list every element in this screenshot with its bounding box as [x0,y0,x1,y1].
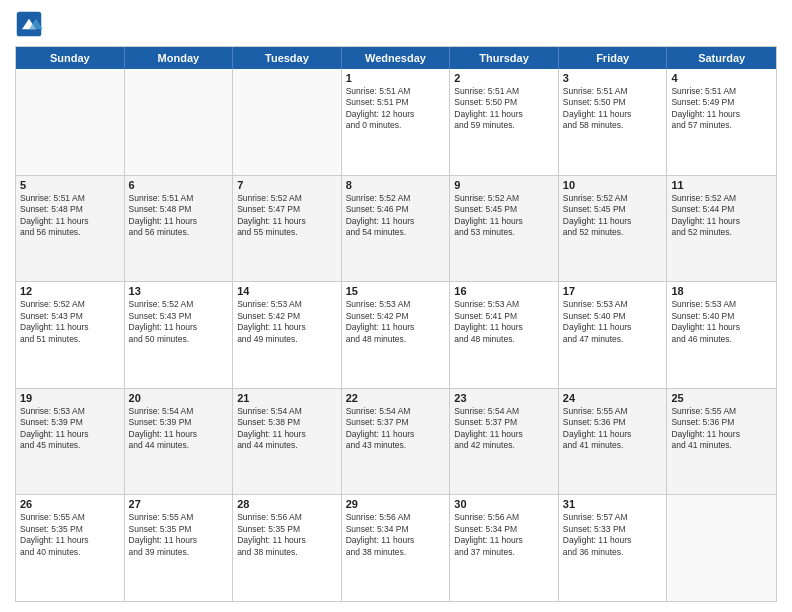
day-info: Sunrise: 5:56 AM Sunset: 5:34 PM Dayligh… [346,512,446,558]
day-cell: 6Sunrise: 5:51 AM Sunset: 5:48 PM Daylig… [125,176,234,282]
day-cell: 27Sunrise: 5:55 AM Sunset: 5:35 PM Dayli… [125,495,234,601]
day-info: Sunrise: 5:51 AM Sunset: 5:48 PM Dayligh… [20,193,120,239]
day-number: 10 [563,179,663,191]
day-number: 6 [129,179,229,191]
day-cell: 1Sunrise: 5:51 AM Sunset: 5:51 PM Daylig… [342,69,451,175]
calendar: SundayMondayTuesdayWednesdayThursdayFrid… [15,46,777,602]
day-number: 18 [671,285,772,297]
day-cell: 3Sunrise: 5:51 AM Sunset: 5:50 PM Daylig… [559,69,668,175]
day-info: Sunrise: 5:52 AM Sunset: 5:46 PM Dayligh… [346,193,446,239]
day-info: Sunrise: 5:54 AM Sunset: 5:38 PM Dayligh… [237,406,337,452]
day-header-wednesday: Wednesday [342,47,451,69]
day-info: Sunrise: 5:54 AM Sunset: 5:37 PM Dayligh… [454,406,554,452]
day-info: Sunrise: 5:56 AM Sunset: 5:34 PM Dayligh… [454,512,554,558]
day-number: 1 [346,72,446,84]
day-cell: 19Sunrise: 5:53 AM Sunset: 5:39 PM Dayli… [16,389,125,495]
day-number: 19 [20,392,120,404]
day-cell: 16Sunrise: 5:53 AM Sunset: 5:41 PM Dayli… [450,282,559,388]
week-row: 12Sunrise: 5:52 AM Sunset: 5:43 PM Dayli… [16,281,776,388]
page-header [15,10,777,38]
week-row: 26Sunrise: 5:55 AM Sunset: 5:35 PM Dayli… [16,494,776,601]
day-number: 8 [346,179,446,191]
day-cell: 9Sunrise: 5:52 AM Sunset: 5:45 PM Daylig… [450,176,559,282]
day-header-thursday: Thursday [450,47,559,69]
day-cell: 4Sunrise: 5:51 AM Sunset: 5:49 PM Daylig… [667,69,776,175]
day-cell: 25Sunrise: 5:55 AM Sunset: 5:36 PM Dayli… [667,389,776,495]
day-number: 29 [346,498,446,510]
day-info: Sunrise: 5:52 AM Sunset: 5:44 PM Dayligh… [671,193,772,239]
day-headers: SundayMondayTuesdayWednesdayThursdayFrid… [16,47,776,69]
day-number: 9 [454,179,554,191]
day-number: 22 [346,392,446,404]
day-number: 13 [129,285,229,297]
day-cell: 29Sunrise: 5:56 AM Sunset: 5:34 PM Dayli… [342,495,451,601]
week-rows: 1Sunrise: 5:51 AM Sunset: 5:51 PM Daylig… [16,69,776,601]
day-number: 28 [237,498,337,510]
day-info: Sunrise: 5:51 AM Sunset: 5:51 PM Dayligh… [346,86,446,132]
day-info: Sunrise: 5:53 AM Sunset: 5:42 PM Dayligh… [346,299,446,345]
day-info: Sunrise: 5:51 AM Sunset: 5:50 PM Dayligh… [563,86,663,132]
day-cell: 8Sunrise: 5:52 AM Sunset: 5:46 PM Daylig… [342,176,451,282]
day-cell [667,495,776,601]
day-cell: 28Sunrise: 5:56 AM Sunset: 5:35 PM Dayli… [233,495,342,601]
day-number: 4 [671,72,772,84]
day-number: 26 [20,498,120,510]
day-cell: 12Sunrise: 5:52 AM Sunset: 5:43 PM Dayli… [16,282,125,388]
day-info: Sunrise: 5:55 AM Sunset: 5:36 PM Dayligh… [671,406,772,452]
day-cell: 30Sunrise: 5:56 AM Sunset: 5:34 PM Dayli… [450,495,559,601]
day-info: Sunrise: 5:52 AM Sunset: 5:45 PM Dayligh… [563,193,663,239]
day-number: 21 [237,392,337,404]
day-info: Sunrise: 5:57 AM Sunset: 5:33 PM Dayligh… [563,512,663,558]
day-header-sunday: Sunday [16,47,125,69]
day-cell: 22Sunrise: 5:54 AM Sunset: 5:37 PM Dayli… [342,389,451,495]
day-info: Sunrise: 5:55 AM Sunset: 5:36 PM Dayligh… [563,406,663,452]
day-info: Sunrise: 5:51 AM Sunset: 5:48 PM Dayligh… [129,193,229,239]
day-number: 17 [563,285,663,297]
day-info: Sunrise: 5:53 AM Sunset: 5:41 PM Dayligh… [454,299,554,345]
day-info: Sunrise: 5:53 AM Sunset: 5:40 PM Dayligh… [671,299,772,345]
day-header-monday: Monday [125,47,234,69]
day-number: 7 [237,179,337,191]
logo [15,10,47,38]
day-info: Sunrise: 5:56 AM Sunset: 5:35 PM Dayligh… [237,512,337,558]
day-header-friday: Friday [559,47,668,69]
day-cell: 13Sunrise: 5:52 AM Sunset: 5:43 PM Dayli… [125,282,234,388]
day-number: 16 [454,285,554,297]
day-info: Sunrise: 5:52 AM Sunset: 5:43 PM Dayligh… [20,299,120,345]
week-row: 5Sunrise: 5:51 AM Sunset: 5:48 PM Daylig… [16,175,776,282]
day-info: Sunrise: 5:54 AM Sunset: 5:37 PM Dayligh… [346,406,446,452]
day-number: 2 [454,72,554,84]
day-cell: 20Sunrise: 5:54 AM Sunset: 5:39 PM Dayli… [125,389,234,495]
day-number: 25 [671,392,772,404]
day-info: Sunrise: 5:52 AM Sunset: 5:43 PM Dayligh… [129,299,229,345]
day-cell: 24Sunrise: 5:55 AM Sunset: 5:36 PM Dayli… [559,389,668,495]
day-cell [125,69,234,175]
day-header-tuesday: Tuesday [233,47,342,69]
week-row: 19Sunrise: 5:53 AM Sunset: 5:39 PM Dayli… [16,388,776,495]
day-cell: 7Sunrise: 5:52 AM Sunset: 5:47 PM Daylig… [233,176,342,282]
day-cell: 5Sunrise: 5:51 AM Sunset: 5:48 PM Daylig… [16,176,125,282]
day-info: Sunrise: 5:51 AM Sunset: 5:50 PM Dayligh… [454,86,554,132]
day-number: 11 [671,179,772,191]
day-info: Sunrise: 5:54 AM Sunset: 5:39 PM Dayligh… [129,406,229,452]
day-cell: 23Sunrise: 5:54 AM Sunset: 5:37 PM Dayli… [450,389,559,495]
day-cell [16,69,125,175]
day-number: 5 [20,179,120,191]
day-number: 30 [454,498,554,510]
day-number: 3 [563,72,663,84]
day-number: 27 [129,498,229,510]
day-cell: 10Sunrise: 5:52 AM Sunset: 5:45 PM Dayli… [559,176,668,282]
day-info: Sunrise: 5:52 AM Sunset: 5:47 PM Dayligh… [237,193,337,239]
logo-icon [15,10,43,38]
day-cell: 15Sunrise: 5:53 AM Sunset: 5:42 PM Dayli… [342,282,451,388]
week-row: 1Sunrise: 5:51 AM Sunset: 5:51 PM Daylig… [16,69,776,175]
day-cell: 18Sunrise: 5:53 AM Sunset: 5:40 PM Dayli… [667,282,776,388]
day-cell: 11Sunrise: 5:52 AM Sunset: 5:44 PM Dayli… [667,176,776,282]
day-number: 12 [20,285,120,297]
day-number: 24 [563,392,663,404]
day-number: 31 [563,498,663,510]
day-cell: 26Sunrise: 5:55 AM Sunset: 5:35 PM Dayli… [16,495,125,601]
day-number: 14 [237,285,337,297]
day-cell: 14Sunrise: 5:53 AM Sunset: 5:42 PM Dayli… [233,282,342,388]
day-info: Sunrise: 5:53 AM Sunset: 5:39 PM Dayligh… [20,406,120,452]
